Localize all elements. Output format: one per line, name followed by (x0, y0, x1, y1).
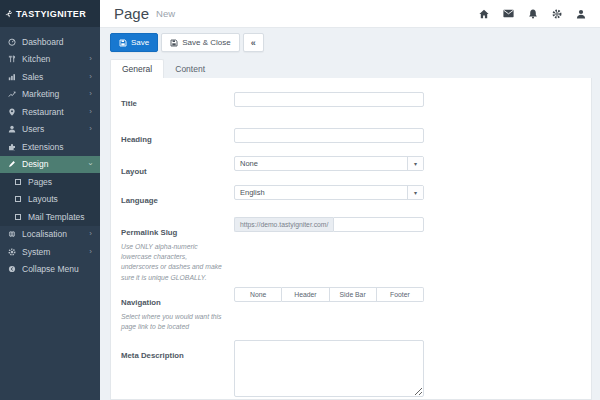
sidebar-subitem-layouts[interactable]: Layouts (0, 191, 100, 209)
tab-general[interactable]: General (110, 59, 164, 78)
sidebar-item-label: Kitchen (22, 54, 50, 64)
envelope-icon[interactable] (503, 9, 514, 18)
save-icon (119, 39, 127, 47)
permalink-help-text: Use ONLY alpha-numeric lowercase charact… (121, 242, 234, 283)
navigation-option-footer[interactable]: Footer (377, 287, 424, 302)
save-button[interactable]: Save (110, 33, 158, 52)
sidebar-item-localisation[interactable]: Localisation › (0, 226, 100, 244)
chevron-right-icon: › (89, 90, 92, 98)
square-icon (14, 178, 22, 186)
form-row-meta-description: Meta Description (121, 340, 581, 400)
cutlery-icon (8, 55, 16, 63)
app-window: TASTYIGNITER Dashboard Kitchen › Sales ›… (0, 0, 600, 400)
sidebar-item-label: Marketing (22, 89, 59, 99)
bar-chart-icon (8, 73, 16, 81)
caret-down-icon: ▾ (407, 186, 423, 199)
layout-select[interactable]: None ▾ (234, 156, 424, 171)
form-row-heading: Heading (121, 124, 581, 146)
layout-select-value: None (235, 159, 407, 168)
form-panel: Title Heading Layout None ▾ Language (110, 78, 592, 400)
sidebar-item-dashboard[interactable]: Dashboard (0, 33, 100, 51)
chevron-right-icon: › (89, 55, 92, 63)
sidebar-subitem-label: Pages (28, 177, 52, 187)
heading-input[interactable] (234, 128, 424, 143)
home-icon[interactable] (479, 9, 489, 19)
bell-icon[interactable] (528, 9, 538, 19)
form-row-navigation: Navigation Select where you would want t… (121, 287, 581, 332)
design-submenu: Pages Layouts Mail Templates (0, 173, 100, 226)
page-title: Page (114, 5, 149, 22)
permalink-prefix: https://demo.tastyigniter.com/ (234, 217, 333, 232)
top-header: Page New (100, 0, 600, 28)
permalink-input-group: https://demo.tastyigniter.com/ (234, 217, 424, 232)
sidebar-item-sales[interactable]: Sales › (0, 68, 100, 86)
meta-description-label: Meta Description (121, 351, 184, 360)
form-tabs: General Content (110, 59, 592, 78)
sidebar-item-label: Dashboard (22, 37, 64, 47)
language-label: Language (121, 196, 158, 205)
sidebar-item-label: Collapse Menu (22, 264, 79, 274)
chevron-right-icon: › (89, 73, 92, 81)
user-icon (8, 125, 16, 133)
navigation-label: Navigation (121, 298, 161, 307)
puzzle-icon (8, 143, 16, 151)
save-button-label: Save (131, 38, 149, 47)
save-close-button-label: Save & Close (182, 38, 230, 47)
sidebar-item-design[interactable]: Design › (0, 156, 100, 174)
layout-label: Layout (121, 167, 147, 176)
square-icon (14, 195, 22, 203)
sidebar-item-label: Restaurant (22, 107, 64, 117)
navigation-option-sidebar[interactable]: Side Bar (330, 287, 377, 302)
sidebar-subitem-label: Layouts (28, 194, 58, 204)
permalink-input[interactable] (333, 217, 424, 232)
map-marker-icon (8, 108, 16, 116)
sidebar-item-kitchen[interactable]: Kitchen › (0, 51, 100, 69)
brand-logo[interactable]: TASTYIGNITER (0, 0, 100, 27)
heading-label: Heading (121, 135, 152, 144)
form-row-title: Title (121, 88, 581, 110)
gear-icon[interactable] (552, 9, 562, 19)
sidebar-item-users[interactable]: Users › (0, 121, 100, 139)
meta-description-textarea[interactable] (234, 340, 424, 397)
page-subtitle: New (156, 8, 175, 19)
permalink-label: Permalink Slug (121, 228, 177, 237)
sidebar-item-collapse-menu[interactable]: Collapse Menu (0, 261, 100, 279)
save-close-button[interactable]: Save & Close (161, 33, 239, 52)
sidebar-item-extensions[interactable]: Extensions (0, 138, 100, 156)
caret-down-icon: ▾ (407, 157, 423, 170)
navigation-button-group: None Header Side Bar Footer (234, 287, 424, 302)
sidebar-item-system[interactable]: System › (0, 243, 100, 261)
sidebar-item-label: Users (22, 124, 44, 134)
line-chart-icon (8, 90, 16, 98)
navigation-help-text: Select where you would want this page li… (121, 312, 234, 332)
square-icon (14, 213, 22, 221)
chevron-right-icon: › (89, 108, 92, 116)
sidebar-item-restaurant[interactable]: Restaurant › (0, 103, 100, 121)
chevron-right-icon: › (89, 230, 92, 238)
title-input[interactable] (234, 92, 424, 107)
sidebar-subitem-label: Mail Templates (28, 212, 85, 222)
navigation-option-header[interactable]: Header (282, 287, 329, 302)
chef-runner-icon (5, 10, 13, 18)
dashboard-icon (8, 38, 16, 46)
collapse-icon (8, 265, 16, 273)
sidebar-subitem-pages[interactable]: Pages (0, 173, 100, 191)
chevron-left-icon: « (251, 38, 256, 48)
sidebar-subitem-mail-templates[interactable]: Mail Templates (0, 208, 100, 226)
sidebar-menu: Dashboard Kitchen › Sales › Marketing › … (0, 27, 100, 278)
user-icon[interactable] (576, 9, 586, 19)
chevron-down-icon: › (87, 163, 95, 166)
sidebar-item-marketing[interactable]: Marketing › (0, 86, 100, 104)
sidebar-item-label: Design (22, 159, 48, 169)
navigation-option-none[interactable]: None (234, 287, 282, 302)
sidebar-item-label: Sales (22, 72, 43, 82)
language-select-value: English (235, 188, 407, 197)
sidebar: TASTYIGNITER Dashboard Kitchen › Sales ›… (0, 0, 100, 400)
sidebar-item-label: Localisation (22, 229, 67, 239)
brush-icon (8, 160, 16, 168)
tab-content[interactable]: Content (164, 60, 216, 78)
language-select[interactable]: English ▾ (234, 185, 424, 200)
header-icon-bar (479, 9, 586, 19)
back-button[interactable]: « (243, 33, 264, 52)
save-icon (170, 39, 178, 47)
